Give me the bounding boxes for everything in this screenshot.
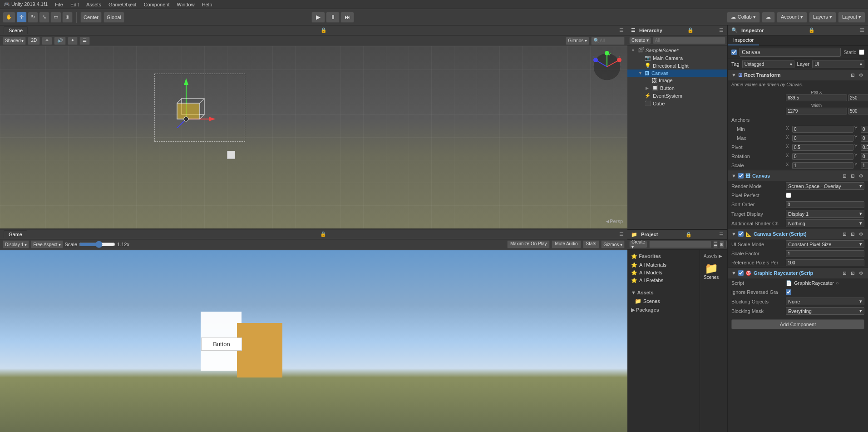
rect-settings-icon[interactable]: ⚙	[857, 71, 864, 79]
hierarchy-item-main-camera[interactable]: 📷 Main Camera	[627, 54, 727, 62]
display-dropdown[interactable]: Display 1 ▾	[3, 240, 29, 248]
tag-dropdown[interactable]: Untagged ▾	[742, 60, 794, 68]
ref-pixels-field[interactable]	[786, 259, 864, 266]
scenes-folder-item[interactable]: 📁 Scenes	[704, 262, 719, 280]
hand-tool[interactable]: ✋	[3, 12, 15, 23]
raycaster-icon2[interactable]: ⊡	[849, 269, 856, 277]
additional-shader-dropdown[interactable]: Nothing ▾	[786, 219, 864, 227]
anchor-min-x[interactable]	[792, 126, 853, 133]
scaler-settings[interactable]: ⚙	[857, 230, 864, 238]
scaler-icon2[interactable]: ⊡	[849, 230, 856, 238]
hierarchy-item-dir-light[interactable]: 💡 Directional Light	[627, 62, 727, 70]
maximize-on-play-btn[interactable]: Maximize On Play	[507, 240, 550, 248]
target-display-dropdown[interactable]: Display 1 ▾	[786, 210, 864, 218]
scene-viewport[interactable]: Y X Z ◄Persp	[0, 46, 627, 228]
ignore-reversed-checkbox[interactable]	[786, 289, 791, 295]
canvas-comp-icon1[interactable]: ⊡	[841, 172, 848, 179]
anchor-max-x[interactable]	[792, 135, 853, 142]
cloud-btn[interactable]: ☁	[762, 12, 775, 23]
project-grid-view[interactable]: ⊞	[720, 241, 724, 248]
menu-gameobject[interactable]: GameObject	[108, 2, 137, 7]
scale-tool[interactable]: ⤡	[39, 12, 49, 23]
custom-tool[interactable]: ⊕	[62, 12, 73, 23]
scale-factor-field[interactable]	[786, 250, 864, 257]
scene-layers-btn[interactable]: ☰	[79, 37, 90, 45]
add-component-button[interactable]: Add Component	[731, 319, 864, 329]
anchor-max-y[interactable]	[861, 135, 868, 142]
pivot-y[interactable]	[861, 144, 868, 151]
scene-tab[interactable]: Scene	[4, 26, 28, 34]
pause-button[interactable]: ⏸	[326, 12, 340, 23]
collab-dropdown[interactable]: ☁ Collab ▾	[727, 12, 760, 23]
object-name-field[interactable]	[740, 48, 841, 57]
project-search[interactable]	[649, 241, 711, 248]
proj-all-prefabs[interactable]: ⭐ All Prefabs	[627, 277, 700, 284]
proj-scenes-folder[interactable]: 📁 Scenes	[627, 297, 700, 305]
mute-audio-btn[interactable]: Mute Audio	[552, 240, 581, 248]
inspector-lock[interactable]: 🔒	[809, 27, 815, 33]
pivot-center-btn[interactable]: Center	[80, 12, 102, 23]
rect-tool[interactable]: ▭	[50, 12, 61, 23]
proj-all-models[interactable]: ⭐ All Models	[627, 269, 700, 277]
inspector-menu[interactable]: ☰	[860, 27, 864, 33]
menu-window[interactable]: Window	[177, 2, 195, 7]
canvas-comp-checkbox[interactable]	[738, 173, 744, 179]
audio-btn[interactable]: 🔊	[54, 37, 66, 45]
layer-dropdown[interactable]: UI ▾	[812, 60, 864, 68]
blocking-objects-dropdown[interactable]: None ▾	[786, 298, 864, 305]
raycaster-checkbox[interactable]	[738, 270, 744, 276]
scene-menu-icon[interactable]: ☰	[619, 27, 624, 33]
step-button[interactable]: ⏭	[340, 12, 354, 23]
shading-dropdown[interactable]: Shaded ▾	[3, 37, 26, 45]
project-list-view[interactable]: ☰	[713, 241, 718, 248]
game-button[interactable]: Button	[201, 338, 242, 351]
menu-help[interactable]: Help	[202, 2, 212, 7]
height-field[interactable]	[848, 108, 868, 114]
hierarchy-item-button[interactable]: ▶ 🔲 Button	[627, 84, 727, 92]
game-menu-icon[interactable]: ☰	[619, 231, 624, 237]
anchor-min-y[interactable]	[861, 126, 868, 133]
project-create-btn[interactable]: Create ▾	[629, 241, 647, 248]
hierarchy-create-btn[interactable]: Create ▾	[629, 37, 651, 44]
scaler-checkbox[interactable]	[738, 231, 744, 237]
ui-scale-mode-dropdown[interactable]: Constant Pixel Size ▾	[786, 240, 864, 248]
game-gizmos-dropdown[interactable]: Gizmos ▾	[601, 240, 625, 248]
menu-edit[interactable]: Edit	[70, 2, 79, 7]
canvas-expand-arrow[interactable]: ▼	[638, 71, 643, 75]
canvas-scaler-header[interactable]: ▼ 📐 Canvas Scaler (Script) ⊡ ⊡ ⚙	[728, 228, 868, 239]
hierarchy-item-image[interactable]: 🖼 Image	[627, 77, 727, 84]
scale-y[interactable]	[861, 162, 868, 169]
hierarchy-item-cube[interactable]: ⬛ Cube	[627, 99, 727, 107]
project-lock[interactable]: 🔒	[686, 232, 692, 238]
play-button[interactable]: ▶	[311, 12, 325, 23]
proj-all-materials[interactable]: ⭐ All Materials	[627, 261, 700, 269]
raycaster-header[interactable]: ▼ 🎯 Graphic Raycaster (Scrip ⊡ ⊡ ⚙	[728, 267, 868, 278]
menu-assets[interactable]: Assets	[86, 2, 101, 7]
hierarchy-menu[interactable]: ☰	[719, 27, 724, 33]
scale-x[interactable]	[792, 162, 853, 169]
move-tool[interactable]: ✛	[16, 12, 27, 23]
scale-slider[interactable]	[79, 241, 115, 248]
menu-component[interactable]: Component	[144, 2, 170, 7]
hierarchy-scene-root[interactable]: ▼ 🎬 SampleScene*	[627, 46, 727, 54]
gizmos-dropdown[interactable]: Gizmos ▾	[566, 37, 589, 45]
menu-file[interactable]: File	[55, 2, 63, 7]
object-active-checkbox[interactable]	[731, 50, 737, 55]
game-lock-icon[interactable]: 🔒	[320, 231, 326, 237]
fx-btn[interactable]: ✦	[68, 37, 78, 45]
lighting-btn[interactable]: ☀	[42, 37, 52, 45]
scaler-icon1[interactable]: ⊡	[841, 230, 848, 238]
rect-edit-icon[interactable]: ⊡	[849, 71, 856, 79]
scene-search-input[interactable]	[600, 38, 622, 43]
pivot-x[interactable]	[792, 144, 853, 151]
blocking-mask-dropdown[interactable]: Everything ▾	[786, 307, 864, 315]
sort-order-field[interactable]	[786, 201, 864, 208]
canvas-comp-settings[interactable]: ⚙	[857, 172, 864, 179]
scene-lock-icon[interactable]: 🔒	[321, 27, 327, 33]
project-menu[interactable]: ☰	[719, 232, 724, 238]
game-tab[interactable]: Game	[4, 230, 27, 238]
rect-transform-header[interactable]: ▼ ⊞ Rect Transform ⊡ ⚙	[728, 69, 868, 80]
hierarchy-search[interactable]	[653, 37, 725, 44]
render-mode-dropdown[interactable]: Screen Space - Overlay ▾	[786, 182, 864, 190]
account-dropdown[interactable]: Account ▾	[777, 12, 807, 23]
